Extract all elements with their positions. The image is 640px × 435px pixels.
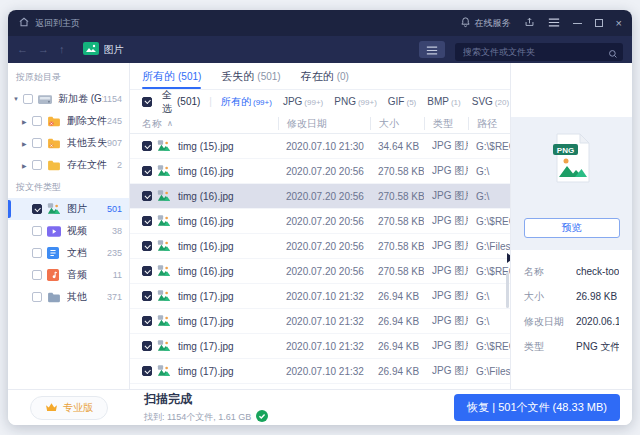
- file-name-cell: timg (17).jpg: [142, 315, 278, 328]
- chevron-right-icon[interactable]: ▶: [22, 140, 32, 147]
- sidebar-item-volume-g[interactable]: ▼新加卷 (G:)1154: [8, 88, 129, 110]
- table-row[interactable]: timg (16).jpg2020.07.20 20:56270.58 KBJP…: [130, 234, 510, 259]
- sidebar-item-others[interactable]: 其他371: [8, 286, 129, 308]
- checkbox[interactable]: [32, 248, 42, 258]
- file-date: 2020.07.10 21:32: [278, 366, 370, 377]
- tab-all[interactable]: 所有的(501): [142, 63, 201, 89]
- nav-forward-icon[interactable]: →: [38, 44, 49, 55]
- detail-panel: PNG 预览 名称check-tool-in...大小26.98 KB修改日期2…: [510, 63, 632, 389]
- tab-existing[interactable]: 存在的(0): [301, 63, 349, 89]
- search-icon[interactable]: [608, 45, 618, 63]
- table-row[interactable]: timg (15).jpg2020.07.10 21:3034.64 KBJPG…: [130, 134, 510, 159]
- checkbox[interactable]: [32, 204, 42, 214]
- online-service-button[interactable]: 在线服务: [460, 16, 511, 30]
- checkbox[interactable]: [142, 216, 152, 226]
- pro-version-badge[interactable]: 专业版: [30, 396, 108, 420]
- checkbox[interactable]: [142, 191, 152, 201]
- file-name-cell: timg (16).jpg: [142, 240, 278, 253]
- file-type: JPG 图片...: [424, 314, 468, 328]
- checkbox[interactable]: [142, 316, 152, 326]
- sidebar-item-other-lost-files[interactable]: ▶其他丢失文件907: [8, 132, 129, 154]
- table-row[interactable]: timg (16).jpg2020.07.20 20:56270.58 KBJP…: [130, 184, 510, 209]
- column-label: 修改日期: [287, 118, 327, 129]
- file-type: JPG 图片...: [424, 339, 468, 353]
- sidebar-item-images[interactable]: 图片501: [8, 198, 129, 220]
- table-row[interactable]: timg (16).jpg2020.07.20 20:56270.58 KBJP…: [130, 259, 510, 284]
- file-name: timg (17).jpg: [178, 316, 234, 327]
- checkbox[interactable]: [32, 116, 42, 126]
- column-header-3[interactable]: 类型: [424, 117, 468, 130]
- column-header-4[interactable]: 路径: [468, 117, 510, 130]
- image-file-icon: [157, 265, 173, 278]
- file-path: G:\: [468, 166, 510, 177]
- checkbox[interactable]: [32, 226, 42, 236]
- minimize-button[interactable]: [573, 23, 582, 24]
- file-name: timg (16).jpg: [178, 216, 234, 227]
- folder-icon: [47, 159, 63, 172]
- chevron-down-icon[interactable]: ▼: [13, 96, 23, 102]
- checkbox[interactable]: [142, 366, 152, 376]
- table-row[interactable]: timg (17).jpg2020.07.10 21:3226.94 KBJPG…: [130, 284, 510, 309]
- table-row[interactable]: timg (17).jpg2020.07.10 21:3226.94 KBJPG…: [130, 334, 510, 359]
- sidebar-item-videos[interactable]: 视频38: [8, 220, 129, 242]
- close-button[interactable]: ×: [616, 18, 622, 29]
- preview-button[interactable]: 预览: [524, 218, 620, 238]
- filter-png[interactable]: PNG(99+): [334, 96, 377, 107]
- sidebar-item-label: 图片: [67, 202, 107, 216]
- nav-back-icon[interactable]: ←: [17, 44, 28, 55]
- checkbox[interactable]: [142, 241, 152, 251]
- file-type: JPG 图片...: [424, 264, 468, 278]
- breadcrumb[interactable]: 图片: [83, 41, 124, 59]
- filter-bmp[interactable]: BMP(1): [427, 96, 460, 107]
- audio-icon: [47, 269, 63, 282]
- filter-gif[interactable]: GIF(5): [388, 96, 416, 107]
- file-date: 2020.07.20 20:56: [278, 266, 370, 277]
- checkbox[interactable]: [142, 291, 152, 301]
- column-header-2[interactable]: 大小: [370, 117, 424, 130]
- filter-all[interactable]: 所有的(99+): [221, 95, 272, 109]
- maximize-button[interactable]: [595, 19, 603, 27]
- table-row[interactable]: timg (17).jpg2020.07.10 21:3226.94 KBJPG…: [130, 309, 510, 334]
- location-image-icon: [83, 41, 99, 59]
- select-all-checkbox[interactable]: [142, 97, 152, 107]
- share-icon[interactable]: [524, 16, 535, 30]
- chevron-right-icon[interactable]: ▶: [22, 118, 32, 125]
- sidebar-item-deleted-files[interactable]: ▶删除文件245: [8, 110, 129, 132]
- found-text: 找到: 1154个文件, 1.61 GB: [144, 411, 251, 424]
- chevron-right-icon[interactable]: ▶: [22, 162, 32, 169]
- view-menu-button[interactable]: [419, 41, 445, 58]
- sidebar-item-audio[interactable]: 音频11: [8, 264, 129, 286]
- select-all[interactable]: 全选 (501): [142, 88, 200, 116]
- sidebar-item-existing-files[interactable]: ▶存在文件2: [8, 154, 129, 176]
- checkbox[interactable]: [142, 141, 152, 151]
- back-home-button[interactable]: 返回到主页: [18, 16, 80, 30]
- filter-svg[interactable]: SVG(20): [472, 96, 509, 107]
- file-path: G:\$RECYCLE...: [468, 266, 510, 277]
- table-row[interactable]: timg (16).jpg2020.07.20 20:56270.58 KBJP…: [130, 209, 510, 234]
- check-circle-icon: [256, 410, 268, 424]
- vertical-scrollbar[interactable]: [506, 272, 509, 308]
- column-header-0[interactable]: 名称∧: [142, 117, 278, 130]
- checkbox[interactable]: [32, 138, 42, 148]
- nav-up-icon[interactable]: ↑: [59, 44, 65, 55]
- home-icon: [18, 16, 30, 30]
- checkbox[interactable]: [142, 341, 152, 351]
- search-input[interactable]: [455, 43, 623, 61]
- checkbox[interactable]: [32, 292, 42, 302]
- sidebar-item-label: 其他丢失文件: [67, 136, 107, 150]
- checkbox[interactable]: [32, 270, 42, 280]
- checkbox[interactable]: [142, 166, 152, 176]
- column-header-1[interactable]: 修改日期: [278, 117, 370, 130]
- back-home-label: 返回到主页: [35, 17, 80, 30]
- recover-button[interactable]: 恢复 | 501个文件 (48.33 MB): [454, 394, 620, 421]
- checkbox[interactable]: [142, 266, 152, 276]
- table-row[interactable]: timg (16).jpg2020.07.20 20:56270.58 KBJP…: [130, 159, 510, 184]
- filter-jpg[interactable]: JPG(99+): [283, 96, 323, 107]
- sidebar-item-documents[interactable]: 文档235: [8, 242, 129, 264]
- tab-lost[interactable]: 丢失的(501): [221, 63, 280, 89]
- checkbox[interactable]: [32, 160, 42, 170]
- menu-icon[interactable]: [548, 18, 560, 29]
- content: 按原始目录▼新加卷 (G:)1154▶删除文件245▶其他丢失文件907▶存在文…: [8, 63, 632, 389]
- table-row[interactable]: timg (17).jpg2020.07.10 21:3226.94 KBJPG…: [130, 359, 510, 384]
- checkbox[interactable]: [23, 94, 33, 104]
